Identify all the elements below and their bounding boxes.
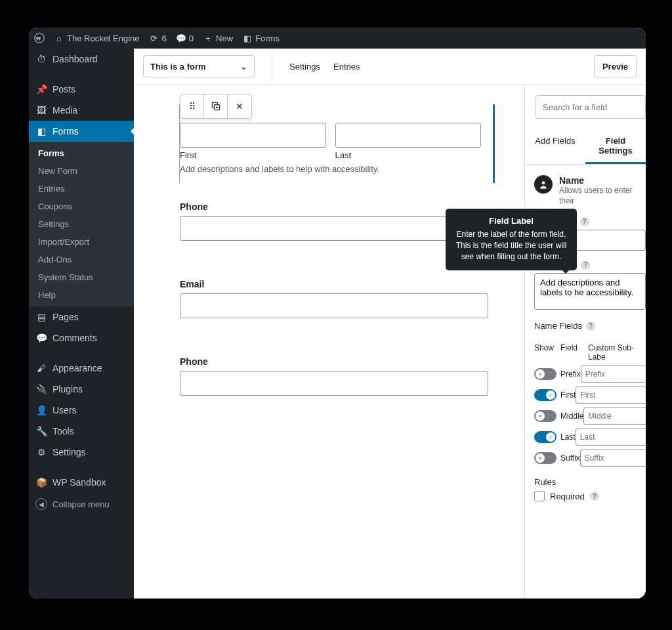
email-input[interactable]	[180, 293, 488, 318]
col-custom: Custom Sub-Labe	[588, 343, 646, 362]
toolbar-entries[interactable]: Entries	[333, 62, 360, 72]
name-field-description: Add descriptions and labels to help with…	[180, 164, 481, 174]
brush-icon: 🖌	[35, 363, 47, 373]
drag-handle[interactable]: ⠿	[180, 94, 204, 118]
field-name: Middle	[560, 411, 583, 421]
dashboard-icon: ⏱	[35, 54, 47, 64]
plus-icon: +	[203, 33, 213, 43]
menu-media[interactable]: 🖼Media	[29, 100, 134, 121]
wp-logo[interactable]	[34, 33, 45, 43]
help-icon[interactable]: ?	[590, 492, 599, 501]
pages-icon: ▤	[35, 312, 47, 322]
menu-dashboard[interactable]: ⏱Dashboard	[29, 49, 134, 70]
name-field-block[interactable]: ⠿ ✕ First	[180, 104, 495, 183]
name-fields-label: Name Fields	[534, 321, 582, 331]
menu-users[interactable]: 👤Users	[29, 400, 134, 421]
menu-settings[interactable]: ⚙Settings	[29, 442, 134, 463]
menu-posts[interactable]: 📌Posts	[29, 79, 134, 100]
delete-button[interactable]: ✕	[228, 94, 251, 118]
name-fields-table: Show Field Custom Sub-Labe ✕Prefix✓First…	[525, 343, 646, 471]
submenu-help[interactable]: Help	[29, 286, 134, 304]
required-checkbox[interactable]	[534, 491, 545, 501]
updates-link[interactable]: ⟳6	[149, 33, 167, 43]
menu-comments[interactable]: 💬Comments	[29, 327, 134, 348]
site-name-link[interactable]: ⌂The Rocket Engine	[54, 33, 140, 43]
field-type-desc: Allows users to enter their	[559, 186, 646, 206]
sublabel-input-prefix[interactable]	[581, 366, 646, 383]
tab-field-settings[interactable]: Field Settings	[585, 129, 646, 164]
sublabel-input-suffix[interactable]	[580, 450, 646, 467]
sublabel-input-last[interactable]	[576, 429, 646, 446]
toolbar-settings[interactable]: Settings	[289, 62, 320, 72]
phone2-field-label: Phone	[180, 356, 498, 367]
menu-forms[interactable]: ◧Forms	[29, 121, 134, 142]
comments-icon: 💬	[35, 333, 47, 343]
comments-count: 0	[189, 33, 194, 43]
last-sublabel: Last	[335, 150, 482, 160]
admin-sidebar: ⏱Dashboard 📌Posts 🖼Media ◧Forms Forms Ne…	[29, 49, 134, 598]
svg-point-3	[542, 181, 545, 184]
first-name-input[interactable]	[180, 123, 326, 148]
toggle-first[interactable]: ✓	[534, 389, 556, 401]
tooltip-body: Enter the label of the form field. This …	[453, 229, 569, 262]
tools-icon: 🔧	[35, 426, 47, 436]
submenu-coupons[interactable]: Coupons	[29, 198, 134, 215]
updates-count: 6	[162, 33, 167, 43]
toggle-last[interactable]: ✓	[534, 431, 556, 443]
help-icon[interactable]: ?	[586, 322, 595, 331]
toggle-middle[interactable]: ✕	[534, 410, 556, 422]
new-content-link[interactable]: +New	[203, 33, 233, 43]
new-label: New	[216, 33, 233, 43]
preview-button[interactable]: Previe	[594, 55, 637, 77]
menu-tools[interactable]: 🔧Tools	[29, 421, 134, 442]
form-switcher[interactable]: This is a form ⌄	[143, 55, 255, 77]
submenu-entries[interactable]: Entries	[29, 180, 134, 198]
name-field-row: ✕Prefix	[534, 366, 646, 383]
tab-add-fields[interactable]: Add Fields	[525, 129, 585, 164]
submenu-new-form[interactable]: New Form	[29, 162, 134, 180]
field-name: Suffix	[560, 453, 580, 463]
sublabel-input-middle[interactable]	[583, 408, 646, 425]
email-field-block[interactable]: Email	[180, 279, 498, 318]
submenu-forms[interactable]: Forms	[29, 144, 134, 162]
menu-plugins[interactable]: 🔌Plugins	[29, 379, 134, 400]
submenu-settings[interactable]: Settings	[29, 215, 134, 233]
sandbox-icon: 📦	[35, 477, 47, 488]
help-icon[interactable]: ?	[580, 217, 589, 226]
phone2-field-block[interactable]: Phone	[180, 356, 498, 396]
col-field: Field	[560, 343, 588, 362]
duplicate-button[interactable]	[204, 94, 228, 118]
phone2-input[interactable]	[180, 371, 488, 396]
settings-icon: ⚙	[35, 447, 47, 457]
tooltip-title: Field Label	[453, 215, 569, 227]
toggle-suffix[interactable]: ✕	[534, 452, 556, 464]
menu-pages[interactable]: ▤Pages	[29, 306, 134, 327]
menu-appearance[interactable]: 🖌Appearance	[29, 358, 134, 379]
submenu-addons[interactable]: Add-Ons	[29, 251, 134, 268]
main-area: This is a form ⌄ Settings Entries Previe…	[134, 49, 646, 598]
submenu-system-status[interactable]: System Status	[29, 268, 134, 286]
field-floating-toolbar: ⠿ ✕	[180, 94, 252, 119]
collapse-icon: ◀	[35, 498, 47, 510]
help-icon[interactable]: ?	[581, 261, 590, 270]
description-input[interactable]	[534, 273, 646, 310]
collapse-menu[interactable]: ◀Collapse menu	[29, 493, 134, 515]
required-label: Required	[550, 492, 585, 501]
submenu-import-export[interactable]: Import/Export	[29, 233, 134, 251]
field-name: Last	[560, 432, 576, 442]
search-input[interactable]	[536, 95, 646, 119]
sublabel-input-first[interactable]	[576, 387, 646, 404]
last-name-input[interactable]	[335, 123, 482, 148]
phone-input[interactable]	[180, 216, 488, 241]
forms-link[interactable]: ◧Forms	[242, 33, 280, 43]
menu-wp-sandbox[interactable]: 📦WP Sandbox	[29, 472, 134, 493]
name-field-row: ✕Suffix	[534, 450, 646, 467]
media-icon: 🖼	[35, 105, 47, 116]
toggle-prefix[interactable]: ✕	[534, 368, 556, 380]
field-label-tooltip: Field Label Enter the label of the form …	[446, 209, 577, 270]
update-icon: ⟳	[149, 33, 159, 43]
field-name: First	[560, 390, 576, 400]
sidebar-tabs: Add Fields Field Settings	[525, 129, 646, 165]
comments-link[interactable]: 💬0	[176, 33, 194, 43]
home-icon: ⌂	[54, 33, 64, 43]
